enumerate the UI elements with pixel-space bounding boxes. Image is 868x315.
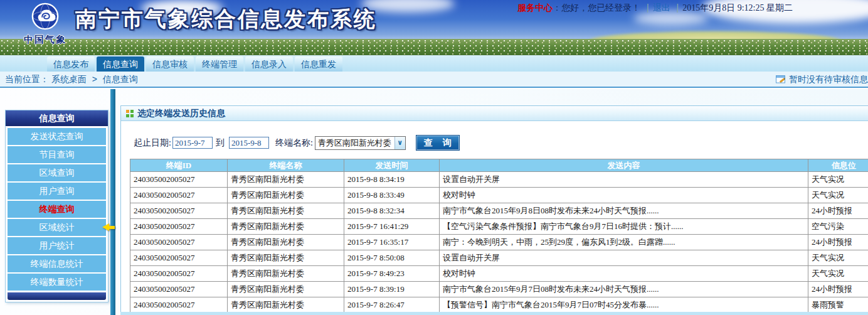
pending-audit-notice: 暂时没有待审核信息 (776, 74, 868, 85)
cell-terminal-name: 青秀区南阳新光村委 (228, 266, 344, 282)
cell-info-type: 24小时预报 (808, 203, 868, 219)
notepad-pencil-icon (776, 75, 786, 84)
tab-info-publish[interactable]: 信息发布 (47, 56, 95, 72)
sidebar-splitter[interactable] (110, 89, 115, 315)
history-table-head: 终端ID终端名称发送时间发送内容信息位 (130, 159, 868, 172)
cell-content: 南宁市气象台2015年9月8日08时发布未来24小时天气预报...... (440, 203, 808, 219)
cell-terminal-name: 青秀区南阳新光村委 (228, 250, 344, 266)
cell-info-type: 天气实况 (808, 188, 868, 203)
cell-terminal-name: 青秀区南阳新光村委 (228, 219, 344, 235)
cell-terminal-id: 240305002005027 (130, 235, 228, 250)
cell-terminal-id: 240305002005027 (130, 250, 228, 266)
breadcrumb-current: 信息查询 (103, 74, 138, 84)
column-header-terminal-id: 终端ID (130, 159, 228, 172)
table-row: 240305002005027青秀区南阳新光村委2015-9-7 16:41:2… (130, 219, 868, 235)
query-button[interactable]: 查 询 (416, 135, 460, 151)
table-row: 240305002005027青秀区南阳新光村委2015-9-7 8:50:08… (130, 250, 868, 266)
cell-terminal-name: 青秀区南阳新光村委 (228, 172, 344, 188)
date-range-label: 起止日期: (134, 137, 171, 149)
logo-caption: 中国气象 (10, 34, 80, 46)
grass-decoration (0, 39, 868, 55)
cell-send-time: 2015-9-7 8:26:47 (344, 297, 440, 313)
date-from-input[interactable] (172, 137, 213, 149)
cell-send-time: 2015-9-7 16:41:29 (344, 219, 440, 235)
cell-info-type: 24小时预报 (808, 235, 868, 250)
history-table: 终端ID终端名称发送时间发送内容信息位 240305002005027青秀区南阳… (130, 159, 868, 313)
cell-terminal-name: 青秀区南阳新光村委 (228, 282, 344, 297)
column-header-info-type: 信息位 (808, 159, 868, 172)
login-greeting: ：您好，您已经登录！ (553, 3, 640, 13)
cell-terminal-name: 青秀区南阳新光村委 (228, 203, 344, 219)
sidebar-item-region-query[interactable]: 区域查询 (8, 164, 106, 181)
breadcrumb-path[interactable]: 系统桌面 (51, 74, 87, 84)
sidebar-items: 发送状态查询节目查询区域查询用户查询终端查询区域统计用户统计终端信息统计终端数量… (6, 126, 108, 292)
cell-terminal-id: 240305002005027 (130, 188, 228, 203)
nav-tabs: 信息发布信息查询信息审核终端管理信息录入信息重发 (47, 56, 344, 72)
to-label: 到 (216, 137, 225, 149)
sidebar-item-terminal-count-stats[interactable]: 终端数量统计 (8, 274, 106, 291)
cell-content: 校对时钟 (440, 188, 808, 203)
logout-link[interactable]: 退出 (653, 3, 670, 13)
breadcrumb-separator: > (92, 74, 97, 84)
sidebar-item-region-stats[interactable]: 区域统计 (8, 219, 106, 236)
tab-info-audit[interactable]: 信息审核 (146, 56, 194, 72)
cell-terminal-name: 青秀区南阳新光村委 (228, 297, 344, 313)
cell-content: 南宁市气象台2015年9月7日08时发布未来24小时天气预报...... (440, 282, 808, 297)
cell-content: 校对时钟 (440, 266, 808, 282)
cell-info-type: 天气实况 (808, 250, 868, 266)
cell-terminal-id: 240305002005027 (130, 282, 228, 297)
collapse-sidebar-arrow-icon[interactable] (102, 223, 116, 232)
cell-terminal-name: 青秀区南阳新光村委 (228, 235, 344, 250)
cell-send-time: 2015-9-7 16:35:17 (344, 235, 440, 250)
cell-terminal-id: 240305002005027 (130, 266, 228, 282)
cell-send-time: 2015-9-8 8:34:19 (344, 172, 440, 188)
cma-cloud-logo-icon (31, 2, 60, 31)
table-row: 240305002005027青秀区南阳新光村委2015-9-7 8:49:23… (130, 266, 868, 282)
datetime-text: 2015年9月8日 9:12:25 星期二 (682, 3, 793, 13)
main-navbar: 信息发布信息查询信息审核终端管理信息录入信息重发 (0, 55, 868, 72)
tab-terminal-manage[interactable]: 终端管理 (196, 56, 243, 72)
breadcrumb-bar: 当前位置： 系统桌面 > 信息查询 暂时没有待审核信息 (0, 72, 868, 88)
grid-icon (126, 110, 134, 117)
service-center-label: 服务中心 (517, 3, 553, 13)
tab-info-query[interactable]: 信息查询 (97, 56, 144, 72)
breadcrumb: 当前位置： 系统桌面 > 信息查询 (5, 74, 138, 85)
column-header-send-time: 发送时间 (344, 159, 440, 172)
cell-send-time: 2015-9-7 8:50:08 (344, 250, 440, 266)
table-row: 240305002005027青秀区南阳新光村委2015-9-8 8:33:49… (130, 188, 868, 203)
tab-info-resend[interactable]: 信息重发 (295, 56, 342, 72)
panel-header: 选定终端发送历史信息 (121, 106, 868, 121)
chevron-down-icon[interactable]: ∨ (394, 137, 405, 149)
cell-terminal-id: 240305002005027 (130, 219, 228, 235)
cell-send-time: 2015-9-7 8:49:23 (344, 266, 440, 282)
pending-audit-text: 暂时没有待审核信息 (789, 74, 868, 85)
column-header-content: 发送内容 (440, 159, 808, 172)
cell-send-time: 2015-9-8 8:32:34 (344, 203, 440, 219)
cell-info-type: 暴雨预警 (808, 297, 868, 313)
terminal-name-label: 终端名称: (275, 137, 313, 149)
table-row: 240305002005027青秀区南阳新光村委2015-9-8 8:32:34… (130, 203, 868, 219)
panel-title: 选定终端发送历史信息 (137, 108, 225, 119)
sidebar-item-program-query[interactable]: 节目查询 (8, 146, 106, 163)
app-title: 南宁市气象综合信息发布系统 (75, 5, 377, 34)
sidebar-item-user-stats[interactable]: 用户统计 (8, 237, 106, 254)
date-to-input[interactable] (229, 137, 269, 149)
tab-info-entry[interactable]: 信息录入 (245, 56, 293, 72)
cell-terminal-id: 240305002005027 (130, 172, 228, 188)
session-info: 服务中心：您好，您已经登录！ |退出 |2015年9月8日 9:12:25 星期… (517, 3, 793, 14)
cell-info-type: 天气实况 (808, 172, 868, 188)
query-form: 起止日期: 到 终端名称: 青秀区南阳新光村委 ∨ 查 询 (134, 135, 868, 151)
divider: | (677, 3, 679, 13)
cell-content: 【预警信号】南宁市气象台2015年9月7日07时45分发布暴...... (440, 297, 808, 313)
breadcrumb-label: 当前位置： (5, 74, 49, 84)
sidebar-item-send-status-query[interactable]: 发送状态查询 (8, 128, 106, 145)
sidebar-title: 信息查询 (6, 110, 108, 126)
sidebar-item-terminal-query[interactable]: 终端查询 (8, 201, 106, 218)
cell-terminal-id: 240305002005027 (130, 203, 228, 219)
cell-content: 【空气污染气象条件预报】南宁市气象台9月7日16时提供：预计...... (440, 219, 808, 235)
sidebar-item-terminal-info-stats[interactable]: 终端信息统计 (8, 255, 106, 272)
history-table-body: 240305002005027青秀区南阳新光村委2015-9-8 8:34:19… (130, 172, 868, 313)
terminal-select[interactable]: 青秀区南阳新光村委 ∨ (315, 136, 406, 150)
cell-info-type: 天气实况 (808, 266, 868, 282)
sidebar-item-user-query[interactable]: 用户查询 (8, 183, 106, 200)
